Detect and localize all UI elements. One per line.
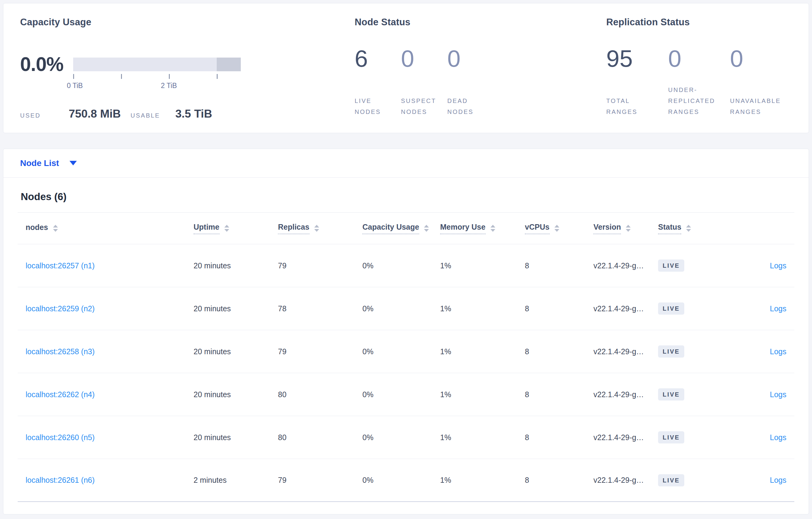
table-row-n3: localhost:26258 (n3) 20 minutes 79 0% 1%… bbox=[18, 330, 794, 373]
status-badge: LIVE bbox=[658, 474, 684, 486]
node-link[interactable]: localhost:26259 (n2) bbox=[26, 304, 95, 313]
replicas-cell: 79 bbox=[270, 347, 354, 356]
sort-icon bbox=[490, 225, 495, 232]
suspect-nodes-stat: 0 SUSPECT NODES bbox=[401, 47, 447, 117]
node-cell: localhost:26262 (n4) bbox=[18, 390, 185, 399]
status-badge: LIVE bbox=[658, 302, 684, 315]
capacity-gauge-bar: 0 TiB 2 TiB bbox=[73, 58, 241, 71]
nodes-table: nodes Uptime Replicas Capacity Usage bbox=[18, 212, 794, 502]
table-row-n6: localhost:26261 (n6) 2 minutes 79 0% 1% … bbox=[18, 459, 794, 502]
version-cell: v22.1.4-29-g… bbox=[585, 261, 650, 270]
logs-link[interactable]: Logs bbox=[770, 390, 786, 399]
capacity-gauge-row: 0.0% 0 TiB 2 TiB bbox=[20, 57, 354, 71]
status-cell: LIVE bbox=[650, 345, 708, 358]
version-cell: v22.1.4-29-g… bbox=[585, 390, 650, 399]
column-header-replicas[interactable]: Replicas bbox=[270, 223, 354, 234]
node-cell: localhost:26258 (n3) bbox=[18, 347, 185, 356]
dead-nodes-stat: 0 DEAD NODES bbox=[447, 47, 493, 117]
replicas-cell: 79 bbox=[270, 261, 354, 270]
capacity-used-usable-row: USED 750.8 MiB USABLE 3.5 TiB bbox=[20, 108, 354, 120]
node-status-title: Node Status bbox=[354, 17, 606, 28]
status-badge: LIVE bbox=[658, 388, 684, 400]
replicas-cell: 78 bbox=[270, 304, 354, 313]
logs-cell: Logs bbox=[708, 390, 794, 399]
column-header-vcpus[interactable]: vCPUs bbox=[517, 223, 585, 234]
capacity-cell: 0% bbox=[354, 390, 432, 399]
column-header-capacity-usage[interactable]: Capacity Usage bbox=[354, 223, 432, 234]
logs-link[interactable]: Logs bbox=[770, 261, 786, 270]
nodes-heading: Nodes (6) bbox=[21, 191, 794, 203]
uptime-cell: 20 minutes bbox=[185, 304, 270, 313]
column-header-version[interactable]: Version bbox=[585, 223, 650, 234]
sort-icon bbox=[626, 225, 631, 232]
version-cell: v22.1.4-29-g… bbox=[585, 347, 650, 356]
uptime-cell: 2 minutes bbox=[185, 476, 270, 485]
column-header-memory-use[interactable]: Memory Use bbox=[432, 223, 517, 234]
logs-link[interactable]: Logs bbox=[770, 347, 786, 356]
status-cell: LIVE bbox=[650, 302, 708, 315]
under-replicated-ranges-value: 0 bbox=[668, 47, 730, 70]
sort-icon bbox=[224, 225, 229, 232]
sort-icon bbox=[686, 225, 691, 232]
capacity-cell: 0% bbox=[354, 476, 432, 485]
logs-cell: Logs bbox=[708, 261, 794, 270]
node-list-dropdown[interactable]: Node List bbox=[3, 149, 809, 178]
status-badge: LIVE bbox=[658, 431, 684, 444]
uptime-cell: 20 minutes bbox=[185, 433, 270, 442]
status-cell: LIVE bbox=[650, 388, 708, 400]
cluster-summary-card: Capacity Usage 0.0% 0 TiB 2 TiB USED 750… bbox=[3, 3, 809, 133]
usable-label: USABLE bbox=[130, 112, 160, 119]
capacity-gauge-dark-segment bbox=[217, 58, 241, 71]
nodes-table-header: nodes Uptime Replicas Capacity Usage bbox=[18, 212, 794, 244]
node-link[interactable]: localhost:26258 (n3) bbox=[26, 347, 95, 356]
capacity-percent-value: 0.0% bbox=[20, 53, 66, 75]
unavailable-ranges-label: UNAVAILABLE RANGES bbox=[730, 95, 792, 117]
under-replicated-ranges-stat: 0 UNDER- REPLICATED RANGES bbox=[668, 47, 730, 117]
total-ranges-stat: 95 TOTAL RANGES bbox=[606, 47, 668, 117]
gauge-tick-label-two: 2 TiB bbox=[161, 82, 177, 90]
status-badge: LIVE bbox=[658, 345, 684, 358]
replicas-cell: 80 bbox=[270, 433, 354, 442]
gauge-tick-mark bbox=[217, 74, 218, 79]
node-status-section: Node Status 6 LIVE NODES 0 SUSPECT NODES… bbox=[354, 17, 606, 133]
node-link[interactable]: localhost:26261 (n6) bbox=[26, 476, 95, 484]
uptime-cell: 20 minutes bbox=[185, 347, 270, 356]
logs-link[interactable]: Logs bbox=[770, 476, 786, 484]
capacity-cell: 0% bbox=[354, 433, 432, 442]
capacity-cell: 0% bbox=[354, 347, 432, 356]
vcpus-cell: 8 bbox=[517, 261, 585, 270]
replicas-cell: 80 bbox=[270, 390, 354, 399]
live-nodes-stat: 6 LIVE NODES bbox=[354, 47, 401, 117]
logs-link[interactable]: Logs bbox=[770, 304, 786, 313]
node-link[interactable]: localhost:26260 (n5) bbox=[26, 433, 95, 441]
capacity-usage-title: Capacity Usage bbox=[20, 17, 354, 28]
replication-status-section: Replication Status 95 TOTAL RANGES 0 UND… bbox=[606, 17, 792, 133]
node-list-card: Node List Nodes (6) nodes Uptime Replica… bbox=[3, 149, 809, 514]
capacity-cell: 0% bbox=[354, 261, 432, 270]
gauge-tick-mark bbox=[73, 74, 74, 79]
under-replicated-ranges-label: UNDER- REPLICATED RANGES bbox=[668, 84, 730, 117]
node-status-stats: 6 LIVE NODES 0 SUSPECT NODES 0 DEAD NODE… bbox=[354, 47, 606, 117]
vcpus-cell: 8 bbox=[517, 347, 585, 356]
column-header-status[interactable]: Status bbox=[650, 223, 708, 234]
used-value: 750.8 MiB bbox=[69, 108, 121, 120]
node-cell: localhost:26261 (n6) bbox=[18, 476, 185, 485]
node-cell: localhost:26257 (n1) bbox=[18, 261, 185, 270]
suspect-nodes-label: SUSPECT NODES bbox=[401, 95, 447, 117]
node-link[interactable]: localhost:26257 (n1) bbox=[26, 261, 95, 270]
node-link[interactable]: localhost:26262 (n4) bbox=[26, 390, 95, 399]
column-header-nodes[interactable]: nodes bbox=[18, 223, 185, 234]
cluster-overview-page: Capacity Usage 0.0% 0 TiB 2 TiB USED 750… bbox=[0, 0, 812, 517]
status-cell: LIVE bbox=[650, 260, 708, 272]
gauge-tick-mark bbox=[121, 74, 122, 79]
memory-cell: 1% bbox=[432, 433, 517, 442]
unavailable-ranges-value: 0 bbox=[730, 47, 792, 70]
suspect-nodes-value: 0 bbox=[401, 47, 447, 70]
table-row-n5: localhost:26260 (n5) 20 minutes 80 0% 1%… bbox=[18, 416, 794, 459]
dead-nodes-label: DEAD NODES bbox=[447, 95, 493, 117]
logs-link[interactable]: Logs bbox=[770, 433, 786, 441]
status-badge: LIVE bbox=[658, 260, 684, 272]
live-nodes-label: LIVE NODES bbox=[354, 95, 401, 117]
column-header-uptime[interactable]: Uptime bbox=[185, 223, 270, 234]
gauge-tick-label-zero: 0 TiB bbox=[67, 82, 83, 90]
